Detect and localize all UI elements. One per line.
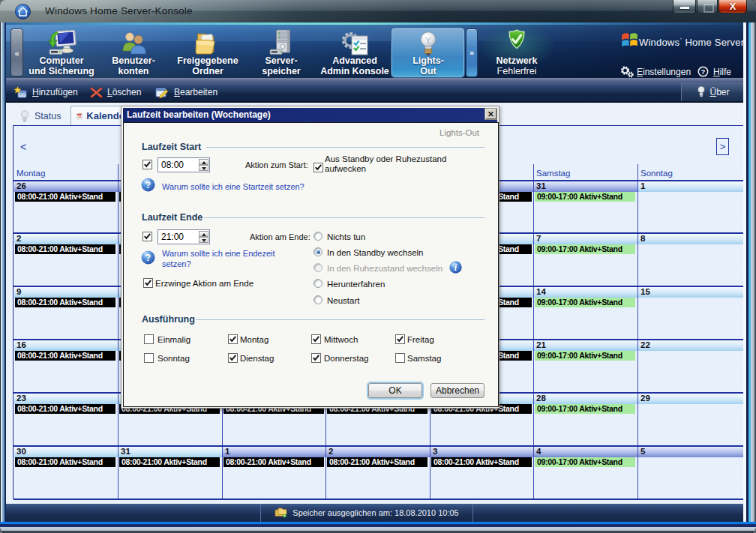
svg-text:?: ? bbox=[701, 67, 706, 76]
svg-text:?: ? bbox=[146, 253, 151, 263]
svg-text:23: 23 bbox=[78, 115, 81, 118]
svg-text:?: ? bbox=[146, 180, 151, 190]
